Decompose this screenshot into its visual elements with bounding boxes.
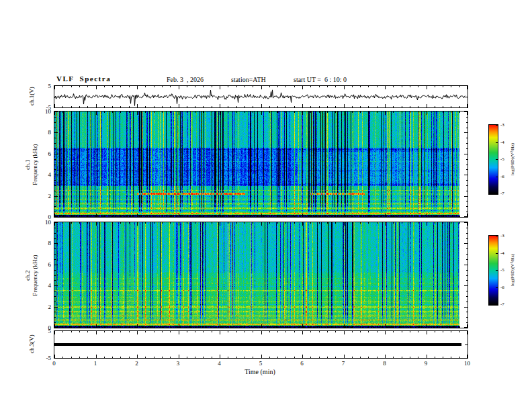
colorbar-tick-label: -3	[500, 233, 511, 238]
header-start-ut: start UT = 6 : 10: 0	[294, 76, 347, 83]
colorbar-tick-label: -7	[500, 302, 511, 307]
freq-tick-label: 8	[38, 129, 51, 136]
figure-title: VLF Spectra	[56, 75, 111, 83]
freq-tick-label: 10	[38, 219, 51, 226]
x-tick-label: 8	[378, 360, 392, 367]
ylabel-ch1-frequency: ch.1 Frequency (kHz)	[24, 112, 39, 218]
panel-ch3-waveform	[54, 330, 468, 359]
freq-tick-label: 6	[38, 261, 51, 268]
colorbar-tick-label: -5	[500, 156, 511, 162]
x-axis-label: Time (min)	[226, 368, 294, 375]
volt-tick-label: -5	[39, 355, 51, 361]
ch3-waveform-canvas	[54, 331, 468, 358]
x-tick-label: 2	[130, 360, 144, 367]
header-date: Feb. 3 , 2026	[167, 76, 204, 83]
colorbar-tick-label: -6	[500, 285, 511, 290]
x-tick-label: 5	[254, 360, 267, 367]
ylabel-ch2-frequency: ch.2 Frequency (kHz)	[24, 223, 39, 328]
ylabel-ch2-line2: Frequency (kHz)	[32, 223, 39, 328]
freq-tick-label: 8	[38, 240, 51, 246]
x-tick-label: 3	[171, 360, 185, 367]
x-tick-label: 4	[213, 360, 226, 367]
panel-ch1-spectrogram	[54, 111, 468, 218]
colorbar-tick-label: -4	[500, 250, 511, 256]
header-station: station=ATH	[231, 76, 266, 83]
vlf-spectra-figure: VLF Spectra Feb. 3 , 2026 station=ATH st…	[0, 0, 532, 411]
ch2-spectrogram-canvas	[54, 222, 468, 328]
freq-tick-label: 6	[38, 150, 51, 157]
volt-tick-label: -5	[39, 104, 51, 111]
freq-tick-label: 4	[38, 171, 51, 178]
freq-tick-label: 4	[38, 282, 51, 289]
colorbar-tick-label: -3	[500, 122, 511, 128]
x-tick-label: 9	[419, 360, 433, 367]
volt-tick-label: 5	[39, 83, 51, 89]
ylabel-ch3-volts: ch.3(V)	[28, 324, 36, 364]
freq-tick-label: 2	[38, 304, 51, 310]
colorbar-ch2	[488, 235, 498, 306]
x-tick-label: 6	[296, 360, 309, 367]
x-tick-label: 10	[461, 360, 474, 367]
colorbar-tick-label: -4	[500, 140, 511, 145]
ylabel-ch2-line1: ch.2	[24, 223, 32, 328]
ch1-spectrogram-canvas	[54, 111, 468, 217]
colorbar-tick-label: -5	[500, 267, 511, 273]
colorbar-ch1-canvas	[489, 125, 498, 194]
x-tick-label: 1	[89, 360, 102, 367]
ylabel-ch1-line2: Frequency (kHz)	[32, 112, 39, 218]
colorbar-tick-label: -7	[500, 191, 511, 196]
x-tick-label: 7	[337, 360, 350, 367]
colorbar-ch1	[488, 124, 498, 195]
ylabel-ch1-line1: ch.1	[24, 112, 32, 218]
colorbar-ch2-canvas	[489, 236, 498, 305]
panel-ch2-spectrogram	[54, 222, 468, 328]
panel-ch1-waveform	[54, 85, 468, 108]
volt-tick-label: 5	[39, 328, 51, 334]
freq-tick-label: 2	[38, 193, 51, 199]
ch1-waveform-canvas	[54, 86, 468, 107]
colorbar-tick-label: -6	[500, 174, 511, 179]
ylabel-ch1-volts: ch.1(V)	[28, 76, 36, 116]
